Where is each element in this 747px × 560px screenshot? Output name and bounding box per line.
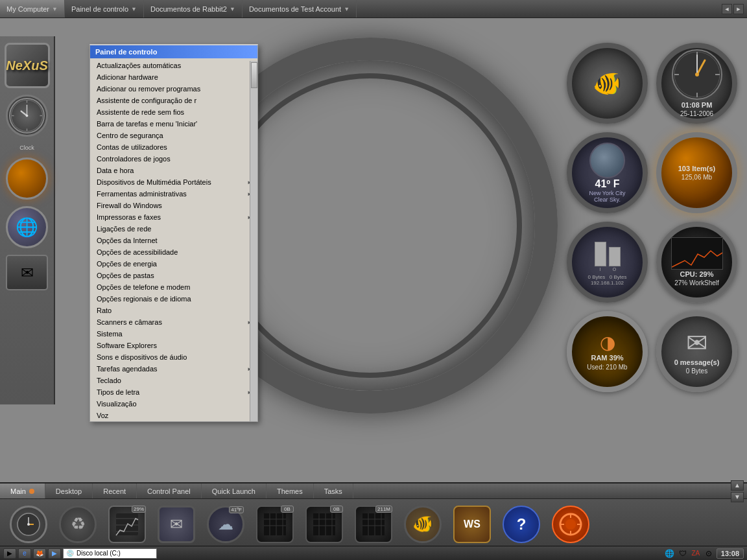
system-tray: ▶ e 🦊 ▶ 💿 Disco local (C:) 🌐 🛡 ZA ⊙ 13:0… <box>0 546 747 560</box>
taskbar-icon-clock[interactable]: Sat Nov 25 <box>6 506 51 552</box>
dropdown-item-29[interactable]: Visualização <box>90 398 257 410</box>
clock-widget-face <box>671 49 723 100</box>
dropdown-scroll-thumb[interactable] <box>251 62 257 88</box>
widget-clock[interactable]: 01:08 PM 25-11-2006 <box>656 43 737 124</box>
rabbit2-arrow: ▼ <box>230 6 235 12</box>
dropdown-item-30[interactable]: Voz <box>90 410 257 421</box>
dropdown-item-10[interactable]: Dispositivos de Multimédia Portáteis► <box>90 176 257 188</box>
taskbar-icon-netin[interactable]: 0B Net In <box>253 506 297 552</box>
dropdown-item-1[interactable]: Adicionar hardware <box>90 71 257 83</box>
dropdown-item-9[interactable]: Data e hora <box>90 165 257 176</box>
widget-ram[interactable]: ◑ RAM 39% Used: 210 Mb <box>567 311 648 392</box>
dropdown-item-12[interactable]: Firewall do Windows <box>90 200 257 211</box>
taskbar-icon-email[interactable]: ✉ Email <box>154 506 198 552</box>
taskbar-icon-cpu[interactable]: 29% CPU Meter <box>105 506 149 552</box>
dropdown-item-19[interactable]: Opções de telefone e modem <box>90 281 257 293</box>
widget-weather[interactable]: 41º F New York City Clear Sky. <box>567 132 648 213</box>
tray-media-button[interactable]: ▶ <box>48 548 61 559</box>
dropdown-item-13[interactable]: Impressoras e faxes► <box>90 211 257 223</box>
dropdown-item-24[interactable]: Software Explorers <box>90 340 257 351</box>
control-panel-menu[interactable]: Painel de controlo ▼ <box>65 0 144 18</box>
widget-cpu[interactable]: CPU: 29% 27% WorkShelf <box>656 222 737 303</box>
moon-icon <box>589 143 625 178</box>
my-computer-label: My Computer <box>6 5 49 13</box>
top-taskbar: My Computer ▼ Painel de controlo ▼ Docum… <box>0 0 747 18</box>
sidebar-mail[interactable]: ✉ <box>6 255 48 290</box>
topbar-nav: ◄ ► <box>722 4 747 14</box>
dropdown-item-16[interactable]: Opções de acessibilidade <box>90 246 257 258</box>
sidebar-globe[interactable]: 🌐 <box>6 206 48 248</box>
dropdown-item-23[interactable]: Sistema <box>90 328 257 340</box>
tray-signal-icon[interactable]: ZA <box>691 548 701 559</box>
tab-themes[interactable]: Themes <box>267 484 314 498</box>
dropdown-item-0[interactable]: Actualizações automáticas <box>90 60 257 71</box>
nav-prev-button[interactable]: ◄ <box>722 4 732 14</box>
dropdown-item-22[interactable]: Scanners e câmaras► <box>90 316 257 328</box>
dropdown-item-4[interactable]: Assistente de rede sem fios <box>90 106 257 118</box>
widget-mail[interactable]: ✉ 0 message(s) 0 Bytes <box>656 311 737 392</box>
sidebar-clock-widget[interactable] <box>6 95 48 137</box>
tray-browser-button[interactable]: e <box>18 548 31 559</box>
dropdown-item-17[interactable]: Opções de energia <box>90 258 257 270</box>
dropdown-item-11[interactable]: Ferramentas administrativas► <box>90 188 257 200</box>
taskbar-icon-cpu-img: 29% <box>108 506 146 543</box>
taskbar-icon-recycler[interactable]: ♻ Recycler <box>56 506 100 552</box>
wanda-fish-icon: 🐠 <box>412 514 433 534</box>
tray-start-button[interactable]: ▶ <box>3 548 16 559</box>
ram-used: Used: 210 Mb <box>587 363 627 371</box>
taskbar-scroll-up[interactable]: ▲ <box>731 480 744 491</box>
tray-security-icon[interactable]: 🛡 <box>678 548 688 559</box>
widget-orange-orb[interactable]: 103 Item(s) 125,06 Mb <box>656 132 737 213</box>
dropdown-item-2[interactable]: Adicionar ou remover programas <box>90 83 257 95</box>
taskbar-icon-weather[interactable]: 41ºF ☁ Weather <box>204 506 248 552</box>
tab-quick-launch[interactable]: Quick Launch <box>202 484 267 498</box>
taskbar-icon-ram[interactable]: 211M RAM Meter <box>351 506 396 552</box>
widget-network[interactable]: I O 0 Bytes 0 Bytes 192.168.1.102 <box>567 222 648 303</box>
taskbar-icon-wanda[interactable]: 🐠 Wanda <box>401 506 445 552</box>
tray-firefox-button[interactable]: 🦊 <box>33 548 46 559</box>
dropdown-item-28[interactable]: Tipos de letra► <box>90 386 257 398</box>
dropdown-item-25[interactable]: Sons e dispositivos de áudio <box>90 351 257 363</box>
tab-tasks[interactable]: Tasks <box>314 484 353 498</box>
tab-desktop[interactable]: Desktop <box>45 484 93 498</box>
sidebar-orb[interactable] <box>6 158 48 200</box>
control-panel-dropdown: Painel de controlo Actualizações automát… <box>89 44 258 422</box>
taskbar-icon-preferences-img: WS <box>453 506 491 543</box>
dropdown-item-7[interactable]: Contas de utilizadores <box>90 141 257 153</box>
tab-main[interactable]: Main <box>0 484 45 498</box>
dropdown-item-18[interactable]: Opções de pastas <box>90 270 257 281</box>
taskbar-scroll-down[interactable]: ▼ <box>731 492 744 502</box>
widget-fish[interactable]: 🐠 <box>567 43 648 124</box>
tray-network-icon[interactable]: 🌐 <box>665 548 675 559</box>
dropdown-item-5[interactable]: Barra de tarefas e menu 'Iniciar' <box>90 118 257 130</box>
dropdown-item-20[interactable]: Opções regionais e de idioma <box>90 293 257 305</box>
test-account-arrow: ▼ <box>344 6 350 12</box>
ram-grid <box>362 513 385 536</box>
my-computer-menu[interactable]: My Computer ▼ <box>0 0 65 18</box>
taskbar-icon-wshelp[interactable]: ? WS Help <box>499 506 543 552</box>
dropdown-item-6[interactable]: Centro de segurança <box>90 130 257 141</box>
globe-icon: 🌐 <box>16 216 38 238</box>
taskbar-clock-svg <box>16 512 41 537</box>
rabbit2-menu[interactable]: Documentos de Rabbit2 ▼ <box>144 0 243 18</box>
dropdown-item-26[interactable]: Tarefas agendadas► <box>90 363 257 375</box>
taskbar-icon-wshelp-img: ? <box>503 506 540 543</box>
tab-recent[interactable]: Recent <box>93 484 137 498</box>
dropdown-item-15[interactable]: Opções da Internet <box>90 235 257 246</box>
dropdown-item-14[interactable]: Ligações de rede <box>90 223 257 235</box>
dropdown-item-8[interactable]: Controladores de jogos <box>90 153 257 165</box>
taskbar-icon-configurar[interactable]: Configurar aces <box>549 506 593 552</box>
taskbar-icon-preferences[interactable]: WS Preferences <box>450 506 494 552</box>
tab-control-panel[interactable]: Control Panel <box>137 484 202 498</box>
dropdown-item-21[interactable]: Rato <box>90 305 257 316</box>
clock-widget-time: 01:08 PM <box>682 100 713 110</box>
tray-extra-icon[interactable]: ⊙ <box>704 548 714 559</box>
nav-next-button[interactable]: ► <box>733 4 744 14</box>
cpu-graph <box>671 237 723 270</box>
dropdown-scrollbar[interactable] <box>250 61 257 421</box>
taskbar-icon-ram-img: 211M <box>355 506 392 543</box>
test-account-menu[interactable]: Documentos de Test Account ▼ <box>243 0 357 18</box>
taskbar-icon-netout[interactable]: 0B Net Out <box>302 506 346 552</box>
dropdown-item-27[interactable]: Teclado <box>90 375 257 386</box>
dropdown-item-3[interactable]: Assistente de configuração de r <box>90 95 257 106</box>
